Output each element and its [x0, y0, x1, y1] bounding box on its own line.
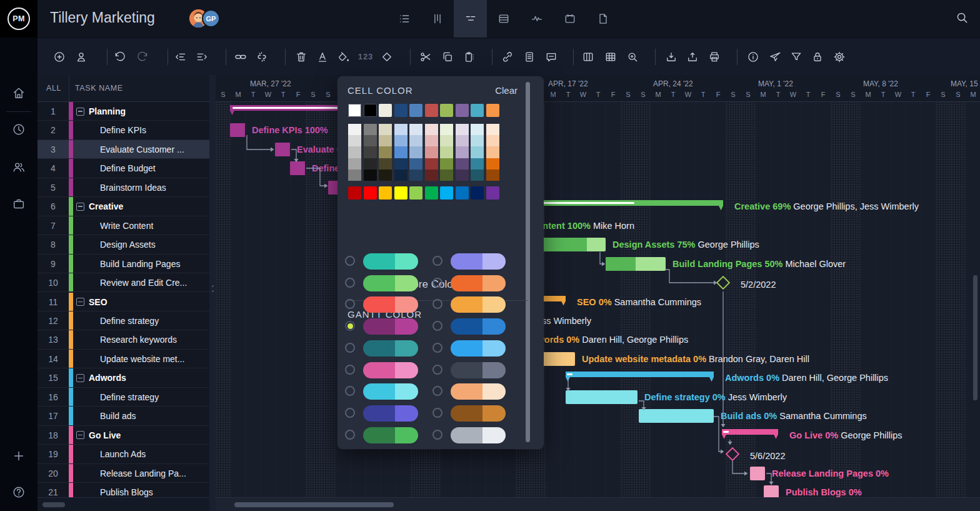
- export-button[interactable]: [686, 49, 699, 64]
- table-row-11[interactable]: 11SEO: [38, 293, 209, 311]
- tint-color-swatch[interactable]: [486, 135, 499, 146]
- standard-color-swatch[interactable]: [394, 186, 408, 200]
- fill-color-button[interactable]: [338, 49, 350, 64]
- standard-color-swatch[interactable]: [456, 186, 469, 200]
- tint-color-swatch[interactable]: [394, 146, 408, 158]
- gantt-color-radio[interactable]: [345, 299, 355, 309]
- comment-button[interactable]: [545, 49, 558, 64]
- table-row-6[interactable]: 6Creative: [38, 197, 209, 216]
- tint-color-swatch[interactable]: [348, 135, 361, 146]
- tint-color-swatch[interactable]: [425, 135, 438, 146]
- columns-button[interactable]: [582, 49, 594, 64]
- task-bar[interactable]: [230, 123, 245, 137]
- gantt-color-swatch[interactable]: [363, 340, 418, 357]
- gantt-color-swatch[interactable]: [363, 405, 418, 422]
- number-format-button[interactable]: 123: [358, 49, 374, 64]
- gantt-color-radio[interactable]: [345, 365, 355, 375]
- indent-button[interactable]: [196, 49, 208, 64]
- gantt-color-swatch[interactable]: [363, 275, 418, 291]
- print-button[interactable]: [708, 49, 721, 64]
- table-row-14[interactable]: 14Update website met...: [38, 350, 209, 368]
- tint-color-swatch[interactable]: [394, 135, 408, 146]
- task-bar[interactable]: [764, 485, 779, 497]
- task-bar[interactable]: [290, 161, 305, 175]
- tint-color-swatch[interactable]: [379, 135, 392, 146]
- collapse-icon[interactable]: [76, 203, 84, 211]
- tint-color-swatch[interactable]: [456, 158, 469, 169]
- standard-color-swatch[interactable]: [471, 186, 484, 200]
- table-row-18[interactable]: 18Go Live: [38, 426, 209, 445]
- redo-button[interactable]: [136, 49, 149, 64]
- tint-color-swatch[interactable]: [456, 124, 469, 135]
- theme-color-swatch[interactable]: [348, 104, 361, 117]
- gantt-color-radio[interactable]: [432, 408, 442, 418]
- tint-color-swatch[interactable]: [440, 124, 453, 135]
- tint-color-swatch[interactable]: [456, 169, 469, 181]
- tint-color-swatch[interactable]: [348, 169, 361, 181]
- tint-color-swatch[interactable]: [409, 146, 422, 158]
- link-tasks-button[interactable]: [234, 49, 247, 64]
- gantt-color-swatch[interactable]: [363, 318, 418, 335]
- tint-color-swatch[interactable]: [440, 158, 453, 169]
- tint-color-swatch[interactable]: [471, 146, 484, 158]
- summary-bar-planning[interactable]: [230, 105, 355, 111]
- tint-color-swatch[interactable]: [379, 169, 392, 181]
- table-row-7[interactable]: 7Write Content: [38, 216, 209, 235]
- table-scrollbar[interactable]: [38, 497, 209, 511]
- tint-color-swatch[interactable]: [348, 158, 361, 169]
- collapse-icon[interactable]: [76, 374, 84, 382]
- gantt-color-swatch[interactable]: [451, 405, 506, 422]
- table-hscroll-thumb[interactable]: [42, 502, 65, 507]
- table-row-20[interactable]: 20Release Landing Pa...: [38, 464, 209, 483]
- theme-color-swatch[interactable]: [394, 104, 408, 117]
- popup-scrollbar[interactable]: [526, 82, 530, 442]
- sidebar-home-icon[interactable]: [12, 86, 26, 103]
- tint-color-swatch[interactable]: [364, 146, 377, 158]
- cut-button[interactable]: [419, 49, 432, 64]
- table-grid-button[interactable]: [604, 49, 617, 64]
- theme-color-swatch[interactable]: [379, 104, 392, 117]
- font-color-button[interactable]: [316, 49, 329, 64]
- gantt-color-radio[interactable]: [432, 278, 442, 288]
- table-row-15[interactable]: 15Adwords: [38, 368, 209, 387]
- tint-color-swatch[interactable]: [471, 135, 484, 146]
- unlink-tasks-button[interactable]: [256, 49, 268, 64]
- tint-color-swatch[interactable]: [364, 169, 377, 181]
- tab-docs-view[interactable]: [586, 0, 619, 38]
- tint-color-swatch[interactable]: [486, 146, 499, 158]
- tint-color-swatch[interactable]: [409, 135, 422, 146]
- gantt-color-radio[interactable]: [345, 343, 355, 353]
- tint-color-swatch[interactable]: [379, 158, 392, 169]
- standard-color-swatch[interactable]: [486, 186, 499, 200]
- tab-board-view[interactable]: [421, 0, 454, 38]
- sidebar-add-icon[interactable]: [12, 449, 26, 465]
- task-bar[interactable]: [566, 390, 638, 404]
- task-bar[interactable]: [275, 143, 290, 156]
- table-row-19[interactable]: 19Launch Ads: [38, 445, 209, 463]
- notes-button[interactable]: [523, 49, 536, 64]
- gantt-color-radio[interactable]: [432, 256, 442, 266]
- theme-color-swatch[interactable]: [409, 104, 422, 117]
- assign-user-button[interactable]: [75, 49, 88, 64]
- share-button[interactable]: [769, 49, 781, 64]
- tint-color-swatch[interactable]: [394, 158, 408, 169]
- theme-color-swatch[interactable]: [471, 104, 484, 117]
- import-button[interactable]: [665, 49, 678, 64]
- standard-color-swatch[interactable]: [364, 186, 377, 200]
- sidebar-team-icon[interactable]: [12, 160, 26, 176]
- tint-color-swatch[interactable]: [425, 146, 438, 158]
- table-row-8[interactable]: 8Design Assets: [38, 235, 209, 254]
- tab-sheet-view[interactable]: [487, 0, 520, 38]
- column-header-all[interactable]: ALL: [46, 84, 61, 93]
- milestone-button[interactable]: [381, 49, 393, 64]
- tint-color-swatch[interactable]: [409, 158, 422, 169]
- tint-color-swatch[interactable]: [348, 124, 361, 135]
- gantt-color-swatch[interactable]: [451, 362, 506, 378]
- tint-color-swatch[interactable]: [364, 124, 377, 135]
- gantt-color-radio[interactable]: [432, 321, 442, 331]
- tint-color-swatch[interactable]: [471, 158, 484, 169]
- gantt-horizontal-scrollbar[interactable]: [216, 497, 980, 511]
- gantt-color-swatch[interactable]: [451, 296, 506, 313]
- table-row-17[interactable]: 17Build ads: [38, 407, 209, 425]
- task-bar[interactable]: [750, 467, 765, 480]
